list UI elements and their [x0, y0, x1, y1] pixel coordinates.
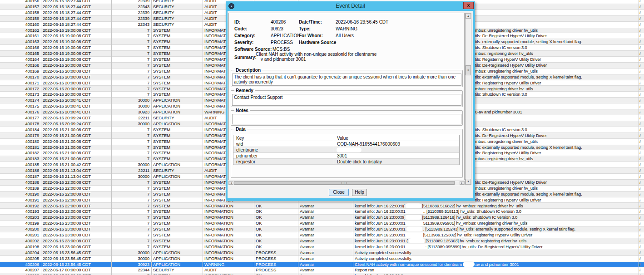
event-id-cell: 400166	[0, 45, 39, 51]
event-severity-cell: INFORMATION	[204, 232, 253, 238]
close-button[interactable]: Close	[329, 189, 349, 196]
row-edge-glyph: i	[639, 156, 644, 162]
severity-label: Severity:	[234, 40, 253, 45]
event-category-cell: SYSTEM	[153, 74, 201, 80]
row-edge-glyph: i	[639, 16, 644, 22]
description-text[interactable]: The client has a bug that it can't guara…	[232, 74, 461, 86]
event-category-cell: APPLICATION	[153, 256, 201, 262]
notes-title: Notes	[234, 108, 250, 113]
event-code-cell: 7	[113, 80, 149, 86]
event-category-cell: SYSTEM	[153, 145, 201, 151]
event-category-cell: SYSTEM	[153, 45, 201, 51]
event-row-400207[interactable]: 4002072022-06-17 00:00:00 CDT22344SECURI…	[0, 267, 644, 273]
event-id-cell: 400171	[0, 80, 39, 86]
event-category-cell: SYSTEM	[153, 139, 201, 145]
event-status-cell: OK	[256, 209, 297, 215]
event-datetime-cell: 2022-06-16 22:00:08 CDT	[43, 180, 111, 186]
event-id-cell: 400174	[0, 98, 39, 103]
scroll-down-icon[interactable]: ▼	[466, 179, 471, 184]
dialog-title: Event Detail	[226, 3, 475, 9]
event-row-400199[interactable]: 4001992022-06-16 23:00:08 CDT7SYSTEMINFO…	[0, 221, 644, 226]
data-table-row-clientname[interactable]: clientname	[233, 147, 459, 153]
vertical-scroll-thumb[interactable]: ≡	[466, 65, 471, 75]
row-edge-glyph: i	[639, 51, 644, 57]
event-datetime-cell: 2022-06-16 20:00:08 CDT	[43, 69, 111, 74]
redaction-blob	[409, 244, 425, 249]
event-id-cell: 400183	[0, 156, 39, 162]
event-id-cell: 400173	[0, 92, 39, 98]
summary-fragment: tils: externally supported module, setti…	[475, 145, 582, 151]
event-datetime-cell: 2022-06-16 22:00:08 CDT	[43, 186, 111, 192]
event-row-400201[interactable]: 4002012022-06-16 23:00:08 CDT7SYSTEMINFO…	[0, 232, 644, 238]
event-category-cell: SECURITY	[153, 0, 201, 4]
event-category-cell: APPLICATION	[153, 109, 201, 115]
remedy-text[interactable]: Contact Product Support	[232, 94, 461, 106]
event-code-cell: 22211	[113, 115, 149, 121]
summary-fragment: tils: De-Registered HyperV Utility Drive…	[475, 33, 547, 39]
event-row-400205[interactable]: 4002052022-06-16 23:56:45 CDT30000APPLIC…	[0, 256, 644, 262]
event-code-cell: 7	[113, 33, 149, 39]
event-datetime-cell: 2022-06-16 22:00:08 CDT	[43, 203, 111, 209]
data-key-value-table: Key Value widCOD-NAH-9165544176000609cli…	[233, 135, 460, 165]
event-summary-cell: Activity completed successfully.	[355, 256, 638, 262]
event-row-400206[interactable]: 4002062022-06-16 23:56:45 CDT30923APPLIC…	[0, 262, 644, 268]
row-edge-glyph: i	[639, 33, 644, 39]
event-row-400193[interactable]: 4001932022-06-16 22:00:08 CDT7SYSTEMINFO…	[0, 209, 644, 215]
summary-fragment: tils: Registering HyperV Utility Driver	[475, 197, 541, 203]
event-row-400192[interactable]: 4001922022-06-16 22:00:08 CDT7SYSTEMINFO…	[0, 203, 644, 209]
data-key: pidnumber	[236, 153, 258, 159]
event-category-cell: SYSTEM	[153, 92, 201, 98]
event-category-cell: SYSTEM	[153, 28, 201, 34]
event-row-400208[interactable]: 4002082022-06-17 00:00:08 CDT7SYSTEMINFO…	[0, 273, 644, 275]
event-severity-cell: INFORMATION	[204, 203, 253, 209]
row-edge-glyph: i	[639, 103, 644, 109]
close-icon[interactable]: x	[463, 2, 474, 9]
data-table-row-pidnumber[interactable]: pidnumber3001	[233, 153, 459, 159]
horizontal-scroll-thumb[interactable]: | | |	[234, 181, 455, 185]
type-value: WARNING	[336, 26, 357, 31]
data-table-row-wid[interactable]: widCOD-NAH-9165544176000609	[233, 141, 459, 147]
help-button[interactable]: Help	[352, 189, 367, 196]
event-category-cell: APPLICATION	[153, 103, 201, 109]
scroll-left-icon[interactable]: ◄	[229, 181, 233, 185]
row-edge-glyph: i	[639, 133, 644, 139]
event-source-cell: Avamar	[300, 232, 352, 238]
forwhom-value: All Users	[336, 33, 354, 38]
id-label: ID:	[234, 20, 240, 25]
event-code-cell: 7	[113, 203, 149, 209]
event-code-cell: 30923	[113, 262, 149, 268]
event-id-cell: 400202	[0, 238, 39, 244]
event-id-cell: 400203	[0, 215, 39, 221]
scroll-up-icon[interactable]: ▲	[466, 13, 471, 19]
dialog-titlebar[interactable]: Event Detail x	[226, 1, 475, 11]
summary-fragment: tils: externally supported module, setti…	[475, 74, 582, 80]
summary-fragment: tils: Registering HyperV Utility Driver	[475, 80, 541, 86]
event-row-400200[interactable]: 4002002022-06-16 23:00:08 CDT7SYSTEMINFO…	[0, 226, 644, 232]
event-row-400203[interactable]: 4002032022-06-16 23:00:08 CDT7SYSTEMINFO…	[0, 215, 644, 221]
event-status-cell: OK	[256, 238, 297, 244]
event-id-cell: 400163	[0, 39, 39, 45]
event-datetime-cell: 2022-06-16 22:00:08 CDT	[43, 209, 111, 215]
summary-line1: Client NAH activity with non-unique sess…	[256, 52, 376, 57]
data-table-row-requestor[interactable]: requestorDouble click to display	[233, 159, 459, 165]
event-id-cell: 400201	[0, 232, 39, 238]
event-id-cell: 400187	[0, 174, 39, 180]
dialog-vertical-scrollbar[interactable]: ▲ ≡ ▼	[465, 13, 471, 185]
dialog-horizontal-scrollbar[interactable]: ◄ | | | ►	[228, 181, 465, 185]
event-source-cell: Avamar	[300, 221, 352, 226]
notes-text[interactable]	[232, 114, 461, 124]
event-row-400198[interactable]: 4001982022-06-16 23:00:08 CDT7SYSTEMINFO…	[0, 244, 644, 250]
event-code-cell: 22343	[113, 22, 149, 28]
row-edge-glyph: i	[639, 80, 644, 86]
row-edge-glyph: i	[639, 0, 644, 4]
event-category-cell: SYSTEM	[153, 180, 201, 186]
event-category-cell: SYSTEM	[153, 133, 201, 139]
row-edge-glyph: i	[639, 92, 644, 98]
event-source-cell: Avamar	[300, 203, 352, 209]
event-row-400204[interactable]: 4002042022-06-16 23:56:45 CDT30000APPLIC…	[0, 250, 644, 256]
event-status-cell: OK	[256, 226, 297, 232]
event-category-cell: SYSTEM	[153, 232, 201, 238]
summary-fragment: mbus: unregistering driver hv_utils	[475, 139, 538, 145]
scroll-right-icon[interactable]: ►	[460, 181, 464, 185]
event-row-400202[interactable]: 4002022022-06-16 23:00:08 CDT7SYSTEMINFO…	[0, 238, 644, 244]
